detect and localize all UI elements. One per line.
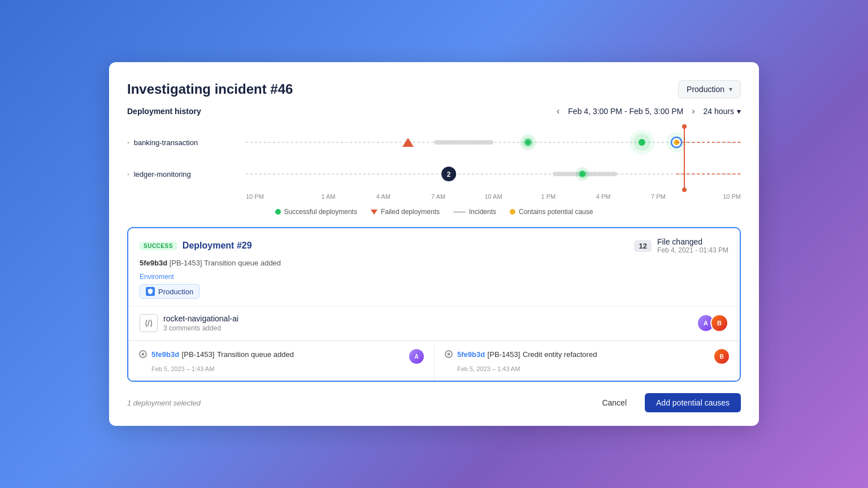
chevron-right-icon-ledger: › (127, 171, 129, 177)
legend-successful: Successful deployments (275, 208, 357, 216)
chart-area: › banking-transaction (127, 127, 741, 202)
date-range-label: Feb 4, 3:00 PM - Feb 5, 3:00 PM (568, 107, 683, 116)
chevron-down-icon: ▾ (737, 107, 741, 116)
deployment-title: Deployment #29 (183, 241, 252, 251)
selected-label: 1 deployment selected (127, 399, 201, 407)
legend-incidents-line (453, 211, 466, 213)
card-title-row: SUCCESS Deployment #29 12 File changed F… (140, 237, 728, 254)
legend-failed-triangle (371, 210, 377, 215)
prev-date-button[interactable]: ‹ (554, 105, 562, 117)
commit-row: 5fe9b3d [PB-1453] Transition queue added (140, 259, 728, 267)
file-count-badge: 12 (634, 240, 651, 252)
chevron-down-icon: ▾ (729, 85, 732, 93)
chart-row-banking: › banking-transaction (127, 127, 741, 158)
commit-ticket-1: [PB-1453] (488, 350, 520, 359)
chart-row-ledger: › ledger-monitoring 2 (127, 158, 741, 190)
legend-incidents: Incidents (453, 208, 496, 216)
add-potential-causes-button[interactable]: Add potential causes (645, 393, 741, 412)
cancel-button[interactable]: Cancel (593, 394, 636, 412)
commit-link-0[interactable]: 5fe9b3d (151, 350, 179, 359)
svg-text:2: 2 (447, 171, 451, 178)
environment-dropdown[interactable]: Production ▾ (678, 80, 741, 98)
commit-header-1: 5fe9b3d [PB-1453] Credit entity refactor… (445, 349, 729, 364)
legend-potential-label: Contains potential cause (519, 208, 593, 216)
modal-footer: 1 deployment selected Cancel Add potenti… (127, 382, 741, 412)
tick-1am: 1 AM (301, 193, 355, 200)
row-label-text-ledger: ledger-monitoring (134, 170, 191, 178)
section-label: Deployment history (127, 107, 201, 116)
next-date-button[interactable]: › (689, 105, 697, 117)
hours-dropdown[interactable]: 24 hours ▾ (704, 107, 741, 116)
deployment-card: SUCCESS Deployment #29 12 File changed F… (127, 227, 741, 382)
ledger-timeline-svg: 2 (246, 158, 741, 190)
comments-label: 3 comments added (163, 324, 238, 332)
date-navigation: ‹ Feb 4, 3:00 PM - Feb 5, 3:00 PM › 24 h… (554, 105, 741, 117)
repo-left: ⟨/⟩ rocket-navigational-ai 3 comments ad… (140, 314, 238, 332)
avatar-2: B (710, 314, 728, 332)
commit-message: [PB-1453] Transition queue added (170, 259, 281, 267)
incident-line-top (684, 127, 685, 158)
commit-ticket-0: [PB-1453] (182, 350, 215, 359)
svg-point-4 (525, 140, 531, 145)
card-title-right: 12 File changed Feb 4, 2021 - 01:43 PM (634, 237, 728, 254)
svg-rect-1 (434, 140, 493, 145)
commit-header-0: 5fe9b3d [PB-1453] Transition queue added… (139, 349, 424, 364)
file-changed-label: File changed (657, 237, 728, 246)
legend-failed-label: Failed deployments (381, 208, 440, 216)
environment-tag: Production (140, 284, 728, 299)
file-changed-info: File changed Feb 4, 2021 - 01:43 PM (657, 237, 728, 254)
subheader-row: Deployment history ‹ Feb 4, 3:00 PM - Fe… (127, 105, 741, 117)
commit-text-1: 5fe9b3d [PB-1453] Credit entity refactor… (457, 349, 597, 359)
commit-avatar-1: B (714, 349, 729, 364)
tick-10pm: 10 PM (246, 193, 301, 200)
tick-7am: 7 AM (411, 193, 466, 200)
commit-time-0: Feb 5, 2023 – 1:43 AM (151, 365, 424, 372)
commit-message-1: Credit entity refactored (523, 350, 597, 359)
header-row: Investigating incident #46 Production ▾ (127, 80, 741, 98)
modal-title: Investigating incident #46 (127, 81, 293, 97)
chart-legend: Successful deployments Failed deployment… (127, 208, 741, 216)
status-badge: SUCCESS (140, 242, 177, 250)
legend-potential-dot (510, 209, 515, 215)
card-header: SUCCESS Deployment #29 12 File changed F… (128, 228, 740, 306)
commit-card-1: 5fe9b3d [PB-1453] Credit entity refactor… (434, 341, 740, 381)
commit-time-1: Feb 5, 2023 – 1:43 AM (457, 365, 729, 372)
code-icon: ⟨/⟩ (140, 314, 158, 332)
tick-7pm: 7 PM (631, 193, 685, 200)
modal-container: Investigating incident #46 Production ▾ … (109, 62, 759, 426)
commit-dot-icon-0 (139, 350, 147, 358)
tick-10pm-end: 10 PM (686, 193, 741, 200)
avatars-group: A B (701, 314, 728, 332)
commit-text-0: 5fe9b3d [PB-1453] Transition queue added (151, 349, 294, 359)
svg-point-19 (580, 171, 585, 177)
file-date: Feb 4, 2021 - 01:43 PM (657, 246, 728, 254)
repo-section: ⟨/⟩ rocket-navigational-ai 3 comments ad… (128, 306, 740, 341)
repo-row: ⟨/⟩ rocket-navigational-ai 3 comments ad… (140, 314, 728, 332)
legend-success-dot (275, 209, 281, 215)
commits-grid: 5fe9b3d [PB-1453] Transition queue added… (128, 341, 740, 381)
environment-value: Production (158, 287, 193, 296)
time-axis: 10 PM 1 AM 4 AM 7 AM 10 AM 1 PM 4 PM 7 P… (246, 190, 741, 202)
row-label-text-banking: banking-transaction (134, 138, 198, 147)
row-label-banking[interactable]: › banking-transaction (127, 138, 246, 147)
card-title-left: SUCCESS Deployment #29 (140, 241, 252, 251)
tick-1pm: 1 PM (521, 193, 576, 200)
tick-4pm: 4 PM (576, 193, 631, 200)
tick-4am: 4 AM (356, 193, 411, 200)
tick-10am: 10 AM (466, 193, 520, 200)
env-dropdown-label: Production (687, 85, 724, 94)
legend-failed: Failed deployments (371, 208, 440, 216)
row-label-ledger[interactable]: › ledger-monitoring (127, 170, 246, 178)
repo-name: rocket-navigational-ai (163, 314, 238, 323)
environment-section-label: Enviroment (140, 273, 728, 281)
hours-label: 24 hours (704, 107, 734, 116)
commit-dot-icon-1 (445, 350, 453, 358)
commit-hash: 5fe9b3d (140, 259, 167, 267)
incident-line-bottom (684, 158, 685, 190)
legend-incidents-label: Incidents (469, 208, 496, 216)
chevron-right-icon: › (127, 139, 129, 146)
commit-avatar-0: A (409, 349, 424, 364)
commit-link-1[interactable]: 5fe9b3d (457, 350, 485, 359)
legend-potential-cause: Contains potential cause (510, 208, 593, 216)
svg-point-9 (639, 139, 645, 146)
